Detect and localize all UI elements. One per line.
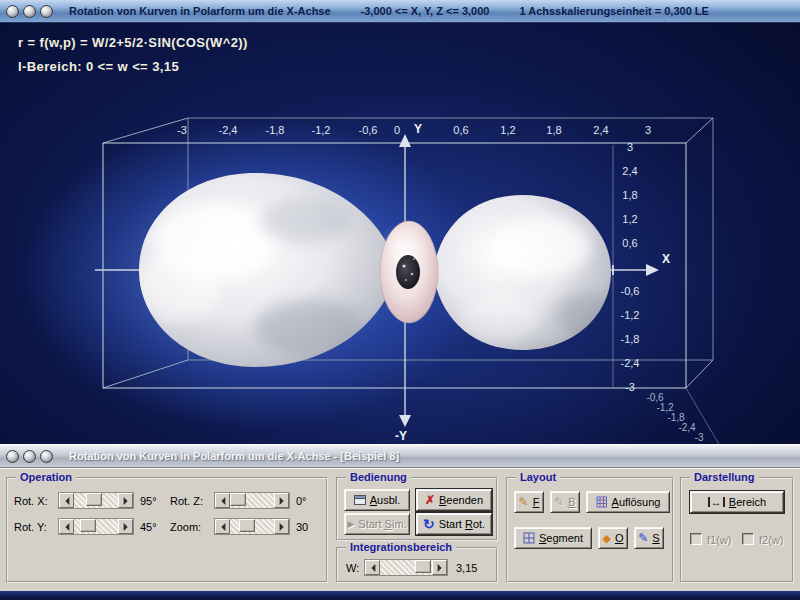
rotation-surface-left-lobe (130, 173, 397, 367)
x-tick: -1,2 (312, 124, 331, 136)
rot-z-scrollbar[interactable] (214, 492, 290, 509)
rot-x-scroll-track[interactable] (74, 493, 118, 508)
rot-x-value: 95° (140, 495, 157, 507)
w-scroll-thumb[interactable] (415, 560, 431, 573)
rotation-surface-center-ring (380, 221, 438, 323)
rot-x-scroll-thumb[interactable] (86, 493, 102, 506)
rot-z-value: 0° (296, 495, 307, 507)
axis-range-info: -3,000 <= X, Y, Z <= 3,000 (361, 5, 490, 17)
window-title: Rotation von Kurven in Polarform um die … (69, 5, 331, 17)
x-tick: -2,4 (219, 124, 238, 136)
start-sim-button: ▶ Start Sim. (344, 513, 410, 535)
x-tick: 3 (645, 124, 651, 136)
w-scroll-track[interactable] (380, 560, 432, 575)
rotate-icon: ↻ (423, 519, 435, 529)
rot-y-label: Rot. Y: (14, 521, 47, 533)
mdi-window-button-3[interactable] (40, 450, 53, 463)
f-button[interactable]: ✎ F (514, 491, 544, 513)
pencil-icon: ✎ (554, 497, 564, 507)
start-rot-button[interactable]: ↻ Start Rot. (416, 513, 492, 535)
y-axis-label: Y (414, 122, 422, 136)
window-button-2[interactable] (23, 5, 36, 18)
mdi-window-button-2[interactable] (23, 450, 36, 463)
rot-y-scroll-right-button[interactable] (118, 519, 133, 534)
resolution-grid-icon (596, 496, 608, 508)
b-button: ✎ B (550, 491, 580, 513)
w-scroll-right-button[interactable] (432, 560, 447, 575)
w-value: 3,15 (456, 562, 477, 574)
rot-z-scroll-left-button[interactable] (215, 493, 230, 508)
3d-scene[interactable] (0, 23, 800, 444)
z-tick: -3 (625, 381, 635, 393)
window-button-1[interactable] (6, 5, 19, 18)
neg-y-axis-label: -Y (395, 429, 407, 443)
back-edge-tick: -3 (695, 432, 704, 443)
ausbl-button[interactable]: Ausbl. (344, 489, 410, 511)
back-edge-tick: -2,4 (678, 422, 695, 433)
interval-display: I-Bereich: 0 <= w <= 3,15 (18, 59, 179, 74)
window-button-3[interactable] (40, 5, 53, 18)
bereich-button[interactable]: ↔ Bereich (690, 491, 784, 513)
z-tick: -1,8 (621, 333, 640, 345)
bedienung-group-title: Bedienung (346, 471, 411, 483)
s-button[interactable]: ✎ S (634, 527, 664, 549)
pencil-icon: ✎ (519, 497, 529, 507)
zoom-value: 30 (296, 521, 308, 533)
rot-z-label: Rot. Z: (170, 495, 203, 507)
range-arrows-icon: ↔ (708, 497, 725, 507)
rot-y-scroll-track[interactable] (74, 519, 118, 534)
zoom-scrollbar[interactable] (214, 518, 290, 535)
segment-button[interactable]: Segment (514, 527, 592, 549)
app-window: Rotation von Kurven in Polarform um die … (0, 0, 800, 600)
zoom-scroll-left-button[interactable] (215, 519, 230, 534)
close-x-icon: ✗ (425, 495, 435, 505)
o-button[interactable]: ◆ O (598, 527, 628, 549)
zoom-scroll-track[interactable] (230, 519, 274, 534)
rot-x-label: Rot. X: (14, 495, 48, 507)
zoom-scroll-thumb[interactable] (239, 519, 255, 532)
rot-y-scrollbar[interactable] (58, 518, 134, 535)
x-tick: 1,2 (500, 124, 515, 136)
rot-x-scrollbar[interactable] (58, 492, 134, 509)
rot-y-value: 45° (140, 521, 157, 533)
z-tick: 0,6 (622, 237, 637, 249)
z-tick: 1,2 (622, 213, 637, 225)
operation-group-title: Operation (16, 471, 76, 483)
f2w-checkbox[interactable] (742, 533, 754, 545)
window-bottom-frame (0, 591, 800, 600)
w-scroll-left-button[interactable] (365, 560, 380, 575)
x-axis-label: X (662, 252, 670, 266)
pencil-icon: ✎ (638, 533, 648, 543)
w-scrollbar[interactable] (364, 559, 448, 576)
rot-x-scroll-left-button[interactable] (59, 493, 74, 508)
z-tick: -1,2 (621, 309, 640, 321)
x-tick: -1,8 (266, 124, 285, 136)
rot-x-scroll-right-button[interactable] (118, 493, 133, 508)
rot-z-scroll-thumb[interactable] (230, 493, 246, 506)
f2w-checkbox-label: f2(w) (759, 534, 783, 546)
rotation-surface-right-lobe (433, 195, 616, 350)
layout-group-title: Layout (516, 471, 560, 483)
x-tick: -3 (177, 124, 187, 136)
beenden-button[interactable]: ✗ Beenden (416, 489, 492, 511)
axis-scale-info: 1 Achsskalierungseinheit = 0,300 LE (519, 5, 708, 17)
integration-group-title: Integrationsbereich (346, 541, 456, 553)
x-tick: 0 (394, 124, 400, 136)
f1w-checkbox[interactable] (690, 533, 702, 545)
z-tick: -2,4 (621, 357, 640, 369)
3d-viewport[interactable]: r = f(w,p) = W/2+5/2·SIN(COS(W^2)) I-Ber… (0, 23, 800, 444)
zoom-scroll-right-button[interactable] (274, 519, 289, 534)
x-tick: 0,6 (453, 124, 468, 136)
aufloesung-button[interactable]: Auflösung (586, 491, 670, 513)
rot-y-scroll-left-button[interactable] (59, 519, 74, 534)
darstellung-group-title: Darstellung (690, 471, 759, 483)
z-tick: 1,8 (622, 189, 637, 201)
window-icon (354, 495, 366, 505)
rot-y-scroll-thumb[interactable] (80, 519, 96, 532)
rot-z-scroll-track[interactable] (230, 493, 274, 508)
zoom-label: Zoom: (170, 521, 201, 533)
mdi-window-button-1[interactable] (6, 450, 19, 463)
x-tick: 1,8 (546, 124, 561, 136)
rot-z-scroll-right-button[interactable] (274, 493, 289, 508)
main-titlebar: Rotation von Kurven in Polarform um die … (0, 0, 800, 23)
